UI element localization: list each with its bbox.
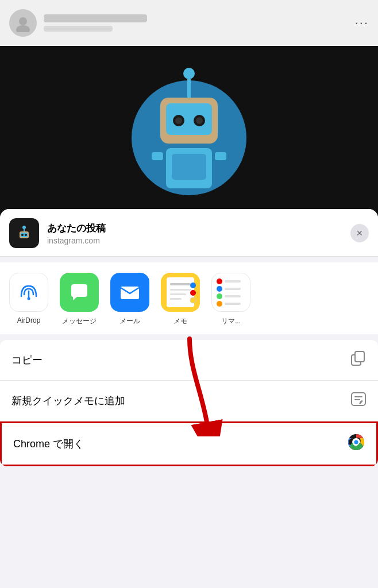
quick-note-action[interactable]: 新規クイックメモに追加 [0, 381, 378, 421]
airdrop-label: AirDrop [17, 316, 41, 324]
post-username-bar [44, 14, 147, 22]
post-subtext-bar [44, 26, 113, 32]
background-top: ··· [0, 0, 378, 218]
share-subtitle: instagram.com [47, 236, 342, 245]
svg-point-1 [16, 25, 30, 32]
svg-rect-28 [167, 277, 194, 307]
post-info [44, 14, 348, 32]
share-app-icon [9, 218, 39, 248]
svg-rect-14 [215, 152, 226, 160]
chrome-label: Chrome で開く [13, 437, 84, 451]
messages-label: メッセージ [62, 316, 97, 326]
svg-rect-31 [170, 293, 186, 295]
share-header: あなたの投稿 instagram.com ✕ [0, 209, 378, 257]
svg-rect-29 [170, 283, 191, 285]
messages-item[interactable]: メッセージ [60, 273, 99, 326]
copy-action[interactable]: コピー [0, 340, 378, 381]
svg-rect-12 [172, 154, 206, 180]
svg-point-33 [190, 283, 196, 288]
copy-label: コピー [11, 353, 43, 367]
airdrop-item[interactable]: AirDrop [9, 273, 48, 326]
svg-rect-6 [166, 103, 212, 135]
chrome-icon [348, 434, 365, 454]
svg-point-0 [19, 17, 27, 25]
app-icon-row: AirDrop メッセージ メール [0, 262, 378, 334]
svg-point-3 [183, 68, 195, 79]
more-button[interactable]: ··· [355, 16, 369, 30]
svg-point-35 [190, 297, 196, 303]
svg-point-23 [28, 297, 30, 300]
quick-note-label: 新規クイックメモに追加 [11, 394, 125, 408]
post-header: ··· [0, 0, 378, 46]
svg-rect-30 [170, 289, 191, 291]
avatar [9, 9, 37, 37]
mail-icon [110, 273, 149, 312]
svg-point-10 [196, 117, 203, 124]
chrome-action[interactable]: Chrome で開く [0, 421, 378, 466]
svg-point-21 [25, 234, 27, 236]
notes-item[interactable]: メモ [161, 273, 200, 326]
action-rows: コピー 新規クイックメモに追加 Chrome で開く [0, 340, 378, 466]
svg-point-8 [175, 117, 182, 124]
mail-label: メール [119, 316, 140, 326]
svg-rect-4 [187, 79, 191, 99]
mail-item[interactable]: メール [110, 273, 149, 326]
airdrop-icon [9, 273, 48, 312]
copy-icon [350, 350, 367, 370]
svg-rect-37 [355, 351, 364, 362]
quick-note-icon [350, 391, 367, 411]
svg-point-20 [21, 234, 24, 236]
share-sheet: あなたの投稿 instagram.com ✕ AirDrop [0, 209, 378, 588]
messages-icon [60, 273, 99, 312]
svg-point-42 [354, 440, 358, 444]
reminders-icon [211, 273, 250, 312]
svg-rect-32 [170, 298, 182, 300]
close-button[interactable]: ✕ [350, 224, 369, 242]
notes-label: メモ [173, 316, 187, 326]
robot-illustration [0, 46, 378, 218]
reminders-label: リマ... [221, 316, 241, 326]
svg-rect-13 [152, 152, 163, 160]
share-title-block: あなたの投稿 instagram.com [47, 222, 342, 245]
notes-icon [161, 273, 200, 312]
share-title: あなたの投稿 [47, 222, 342, 235]
svg-point-16 [22, 226, 26, 229]
reminders-item[interactable]: リマ... [211, 273, 250, 326]
svg-point-34 [190, 290, 196, 296]
